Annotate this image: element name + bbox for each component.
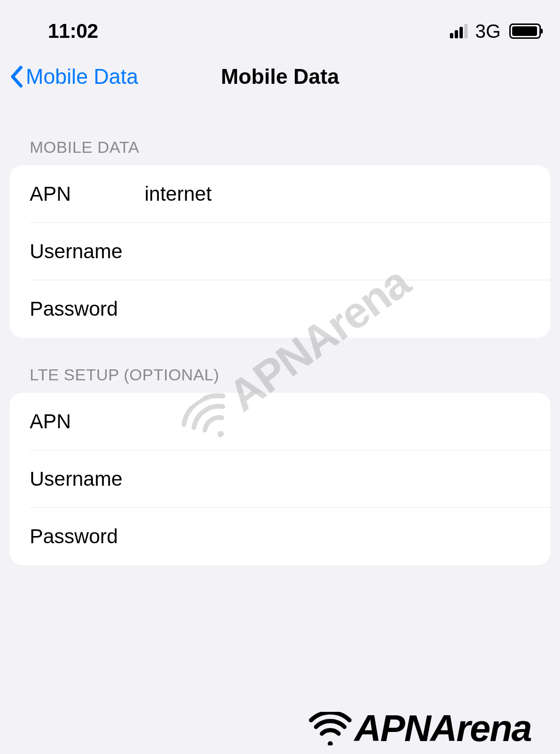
back-button[interactable]: Mobile Data xyxy=(10,65,138,89)
status-indicators: 3G xyxy=(450,21,541,42)
status-time: 11:02 xyxy=(48,20,98,43)
battery-icon xyxy=(509,23,541,39)
lte-password-label: Password xyxy=(30,525,145,548)
lte-apn-label: APN xyxy=(30,410,145,433)
username-input[interactable] xyxy=(145,240,530,263)
wifi-icon xyxy=(308,712,352,745)
lte-setup-group: APN Username Password xyxy=(10,393,550,565)
navigation-bar: Mobile Data Mobile Data xyxy=(0,53,560,110)
password-label: Password xyxy=(30,297,145,320)
status-bar: 11:02 3G xyxy=(0,0,560,53)
lte-password-row[interactable]: Password xyxy=(10,508,550,565)
watermark-bottom-text: APNArena xyxy=(354,707,531,750)
password-input[interactable] xyxy=(145,297,530,320)
username-label: Username xyxy=(30,240,145,263)
apn-row[interactable]: APN xyxy=(10,165,550,223)
mobile-data-group: APN Username Password xyxy=(10,165,550,338)
section-header-lte-setup: LTE SETUP (OPTIONAL) xyxy=(10,338,550,393)
signal-icon xyxy=(450,24,468,38)
username-row[interactable]: Username xyxy=(10,223,550,280)
apn-input[interactable] xyxy=(145,183,530,206)
lte-username-row[interactable]: Username xyxy=(10,450,550,508)
lte-username-input[interactable] xyxy=(145,468,530,491)
lte-username-label: Username xyxy=(30,468,145,491)
password-row[interactable]: Password xyxy=(10,280,550,338)
network-type: 3G xyxy=(475,21,501,42)
section-header-mobile-data: MOBILE DATA xyxy=(10,110,550,165)
watermark-bottom: APNArena xyxy=(308,707,531,750)
back-label: Mobile Data xyxy=(26,65,138,89)
lte-apn-input[interactable] xyxy=(145,410,530,433)
page-title: Mobile Data xyxy=(221,65,339,89)
lte-apn-row[interactable]: APN xyxy=(10,393,550,450)
chevron-left-icon xyxy=(10,66,23,88)
apn-label: APN xyxy=(30,183,145,206)
lte-password-input[interactable] xyxy=(145,525,530,548)
